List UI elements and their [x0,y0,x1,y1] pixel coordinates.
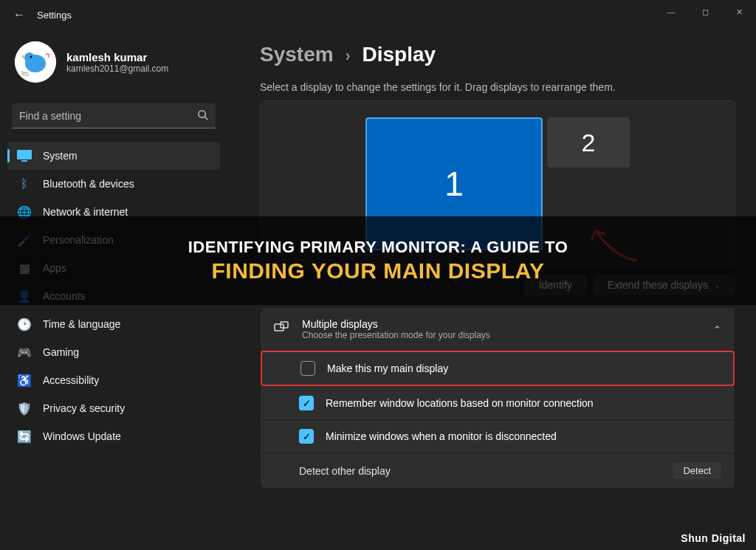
breadcrumb-parent[interactable]: System [260,43,334,66]
display-hint: Select a display to change the settings … [260,81,735,93]
remember-checkbox[interactable] [299,396,314,410]
search-input[interactable] [19,110,197,122]
svg-point-4 [199,110,205,117]
monitor-1[interactable]: 1 [365,117,543,250]
sidebar-item-network[interactable]: 🌐Network & internet [7,198,220,226]
svg-point-2 [24,52,35,63]
nav-icon: 🔄 [16,428,32,444]
card-header[interactable]: Multiple displays Choose the presentatio… [261,308,735,351]
sidebar-item-gaming[interactable]: 🎮Gaming [7,338,220,366]
sidebar-item-privacy[interactable]: 🛡️Privacy & security [7,394,220,422]
sidebar-item-windows[interactable]: 🔄Windows Update [7,422,220,450]
card-title: Multiple displays [302,318,490,330]
sidebar-item-label: System [43,150,78,162]
chevron-down-icon: ⌄ [714,281,721,290]
sidebar: kamlesh kumar kamlesh2011@gmail.com Syst… [0,30,229,550]
svg-rect-7 [21,160,27,162]
sidebar-item-personalization[interactable]: 🖌️Personalization [7,226,220,254]
search-icon [197,109,208,123]
profile-email: kamlesh2011@gmail.com [66,63,168,74]
svg-rect-9 [281,322,288,328]
main-content: System › Display Select a display to cha… [229,30,756,550]
maximize-button[interactable]: ◻ [688,0,722,24]
extend-dropdown[interactable]: Extend these displays⌄ [593,275,735,295]
breadcrumb: System › Display [260,43,735,66]
make-main-display-option[interactable]: Make this my main display [261,351,735,386]
nav-icon: 👤 [16,288,32,304]
sidebar-item-bluetooth[interactable]: ᛒBluetooth & devices [7,170,220,198]
nav-icon: 🛡️ [16,400,32,416]
avatar [15,41,56,83]
minimize-checkbox[interactable] [299,429,314,444]
display-arrange-area[interactable]: 1 2 [260,100,735,267]
nav-icon [16,148,32,164]
nav-icon: ♿ [16,372,32,388]
detect-display-option: Detect other display Detect [261,453,735,488]
sidebar-item-accounts[interactable]: 👤Accounts [7,282,220,310]
sidebar-item-label: Apps [43,262,66,274]
identify-button[interactable]: Identify [524,275,587,295]
nav-icon: ▦ [16,260,32,276]
search-box[interactable] [12,103,216,128]
sidebar-item-label: Accessibility [43,374,99,386]
nav-icon: ᛒ [16,176,32,192]
nav-icon: 🎮 [16,344,32,360]
sidebar-item-label: Windows Update [43,430,121,442]
sidebar-item-label: Accounts [43,290,86,302]
displays-icon [274,321,290,337]
back-button[interactable]: ← [9,8,30,21]
profile-card[interactable]: kamlesh kumar kamlesh2011@gmail.com [4,34,223,90]
detect-button[interactable]: Detect [673,462,721,479]
sidebar-item-apps[interactable]: ▦Apps [7,254,220,282]
card-subtitle: Choose the presentation mode for your di… [302,330,490,340]
svg-line-5 [205,117,207,120]
nav-menu: SystemᛒBluetooth & devices🌐Network & int… [4,142,223,450]
multiple-displays-card: Multiple displays Choose the presentatio… [260,307,735,489]
annotation-arrow [585,225,645,262]
svg-point-3 [30,56,32,58]
nav-icon: 🖌️ [16,232,32,248]
make-main-checkbox[interactable] [300,361,315,376]
sidebar-item-label: Privacy & security [43,402,125,414]
sidebar-item-label: Time & language [43,318,120,330]
sidebar-item-system[interactable]: System [7,142,220,170]
window-title: Settings [37,10,72,21]
profile-name: kamlesh kumar [66,51,168,63]
minimize-disconnected-option[interactable]: Minimize windows when a monitor is disco… [261,419,735,453]
breadcrumb-current: Display [362,43,436,66]
sidebar-item-label: Network & internet [43,206,128,218]
sidebar-item-accessibility[interactable]: ♿Accessibility [7,366,220,394]
close-button[interactable]: ✕ [722,0,756,24]
nav-icon: 🌐 [16,204,32,220]
svg-rect-6 [17,150,32,159]
remember-locations-option[interactable]: Remember window locations based on monit… [261,386,735,419]
chevron-right-icon: › [345,47,350,65]
monitor-2[interactable]: 2 [547,117,630,168]
sidebar-item-label: Bluetooth & devices [43,178,134,190]
sidebar-item-time[interactable]: 🕑Time & language [7,310,220,338]
nav-icon: 🕑 [16,316,32,332]
chevron-up-icon[interactable]: ⌃ [713,324,721,335]
minimize-button[interactable]: — [654,0,688,24]
sidebar-item-label: Gaming [43,346,79,358]
sidebar-item-label: Personalization [43,234,114,246]
watermark: Shun Digital [681,532,746,544]
